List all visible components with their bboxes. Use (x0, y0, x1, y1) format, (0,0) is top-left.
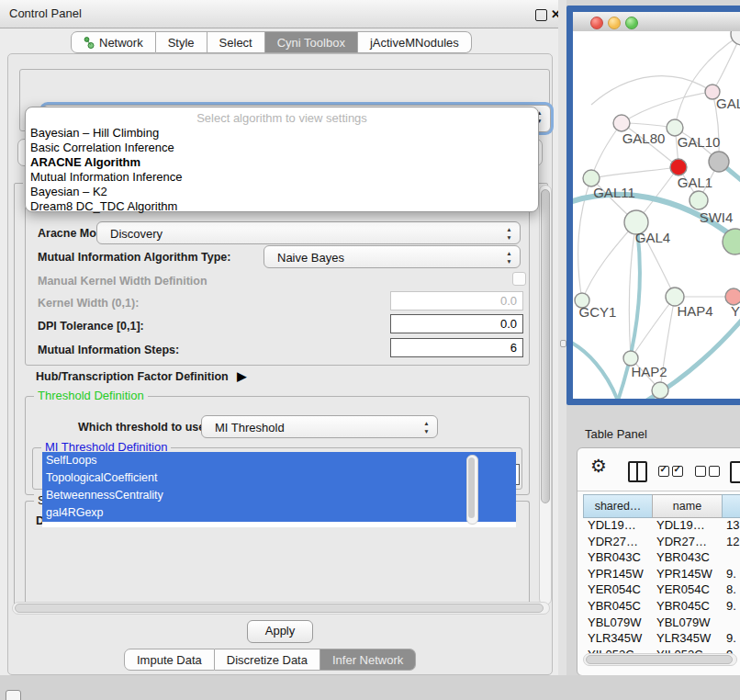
table-row[interactable]: YPR145WYPR145W9. (583, 567, 740, 583)
network-node[interactable] (613, 115, 630, 131)
mi-steps-field[interactable]: 6 (390, 338, 523, 357)
float-window-icon[interactable] (535, 9, 547, 21)
attribute-item-selected[interactable]: BetweennessCentrality (42, 487, 516, 504)
dpi-tolerance-label: DPI Tolerance [0,1]: (38, 320, 144, 333)
which-threshold-combobox[interactable]: MI Threshold ▲▼ (201, 415, 438, 438)
network-view-window: GALGAL80GAL10GAL1GAL11SWI4GAL4GCY1HAP4YH… (566, 6, 740, 405)
network-node[interactable] (709, 152, 729, 172)
column-layout-icon[interactable] (628, 461, 647, 482)
table-row[interactable]: YBR045CYBR045C9. (583, 599, 740, 615)
table-cell (722, 615, 740, 632)
table-cell: YBL079W (652, 615, 722, 632)
window-restore-icon[interactable] (6, 690, 21, 700)
table-cell: YER054C (652, 582, 722, 599)
zoom-traffic-light[interactable] (625, 17, 638, 29)
table-cell: YBR043C (652, 550, 722, 567)
mi-type-combobox[interactable]: Naive Bayes ▲▼ (263, 245, 521, 268)
table-cell: 12 (722, 535, 740, 551)
attribute-item-selected[interactable]: gal4RGexp (42, 504, 516, 522)
table-row[interactable]: YDL19…YDL19…13 (583, 518, 740, 535)
new-table-icon[interactable] (730, 461, 740, 483)
table-cell: YPR145W (583, 567, 652, 583)
combo-stepper-icon: ▲▼ (422, 419, 431, 435)
scrollbar-thumb[interactable] (586, 655, 733, 664)
table-row[interactable]: YBR043CYBR043C (583, 550, 740, 567)
table-row[interactable]: YER054CYER054C8. (583, 582, 740, 599)
data-attributes-list[interactable]: SelfLoopsTopologicalCoefficientBetweenne… (42, 452, 516, 527)
table-row[interactable]: YLR345WYLR345W9. (583, 631, 740, 648)
manual-kernel-checkbox[interactable] (512, 272, 526, 286)
network-window-titlebar[interactable] (573, 12, 740, 32)
dpi-tolerance-field[interactable]: 0.0 (390, 314, 523, 333)
attributes-scrollbar[interactable] (466, 455, 478, 525)
panel-splitter[interactable] (558, 0, 566, 675)
column-header-shared[interactable]: shared… (583, 494, 652, 518)
node-label: GAL11 (593, 185, 635, 200)
minimize-traffic-light[interactable] (608, 17, 621, 29)
scrollbar-thumb[interactable] (541, 189, 550, 503)
tab-impute-data[interactable]: Impute Data (124, 649, 215, 671)
table-cell: YBR045C (652, 599, 722, 615)
splitter-grip[interactable] (560, 340, 566, 347)
column-header-partial[interactable]: A (722, 494, 740, 518)
network-edge (622, 92, 712, 123)
close-traffic-light[interactable] (590, 17, 603, 29)
aracne-mode-value: Discovery (110, 227, 163, 241)
popup-item[interactable]: Dream8 DC_TDC Algorithm (26, 199, 538, 214)
threshold-definition-title: Threshold Definition (34, 390, 148, 401)
mi-type-value: Naive Bayes (277, 251, 344, 265)
table-row[interactable]: YBL079WYBL079W (583, 615, 740, 632)
mi-type-label: Mutual Information Algorithm Type: (38, 251, 230, 264)
tab-style[interactable]: Style (156, 31, 207, 53)
kernel-width-label: Kernel Width (0,1): (38, 297, 139, 310)
attribute-item-selected[interactable]: SelfLoops (42, 452, 516, 469)
table-cell: 9. (722, 631, 740, 648)
network-node[interactable] (731, 31, 740, 45)
tab-discretize-data[interactable]: Discretize Data (215, 649, 320, 671)
column-header-name[interactable]: name (652, 494, 722, 518)
network-edge-thick (573, 195, 740, 256)
scrollbar-thumb[interactable] (468, 457, 475, 518)
table-cell: 13 (722, 518, 740, 535)
popup-item[interactable]: ARACNE Algorithm (26, 155, 538, 170)
table-header-row: shared… name A (583, 494, 740, 518)
tab-label: Style (168, 36, 195, 50)
hub-definition-toggle[interactable]: Hub/Transcription Factor Definition ▶ (36, 369, 246, 383)
aracne-mode-combobox[interactable]: Discovery ▲▼ (96, 221, 521, 244)
tab-network[interactable]: Network (71, 31, 156, 53)
control-panel-titlebar: Control Panel ✕ (0, 0, 558, 28)
mi-steps-label: Mutual Information Steps: (38, 344, 179, 356)
node-label: GCY1 (579, 304, 617, 320)
tab-jactivemnodules[interactable]: jActiveMNodules (358, 31, 472, 53)
table-horizontal-scrollbar[interactable] (583, 653, 737, 666)
tab-label: jActiveMNodules (370, 36, 459, 50)
table-cell: YLR345W (583, 631, 652, 648)
scrollbar-thumb[interactable] (15, 604, 544, 613)
popup-item[interactable]: Bayesian – Hill Climbing (26, 126, 538, 141)
network-node[interactable] (690, 191, 708, 209)
table-panel: ⚙ shared… name A YDL19…YDL19…13YDR27…YDR… (577, 447, 740, 676)
table-row[interactable]: YDR27…YDR27…12 (583, 535, 740, 551)
tab-infer-network[interactable]: Infer Network (320, 649, 416, 671)
select-all-icon[interactable] (658, 466, 683, 477)
unchecked-box-icon (709, 466, 720, 477)
kernel-width-field[interactable]: 0.0 (390, 291, 523, 310)
which-threshold-value: MI Threshold (215, 421, 285, 435)
table-cell: YDL19… (583, 518, 652, 535)
deselect-all-icon[interactable] (695, 466, 720, 477)
network-node[interactable] (652, 382, 668, 399)
network-canvas[interactable]: GALGAL80GAL10GAL1GAL11SWI4GAL4GCY1HAP4YH… (573, 31, 740, 399)
apply-button[interactable]: Apply (247, 620, 313, 643)
node-label: Y (731, 303, 740, 319)
tab-cyni-toolbox[interactable]: Cyni Toolbox (265, 31, 358, 53)
settings-horizontal-scrollbar[interactable] (12, 602, 550, 615)
gear-icon[interactable]: ⚙ (590, 455, 607, 477)
checked-box-icon (672, 466, 683, 477)
settings-vertical-scrollbar[interactable] (539, 185, 552, 605)
attribute-item-selected[interactable]: TopologicalCoefficient (42, 469, 516, 487)
network-node[interactable] (670, 159, 687, 175)
popup-item[interactable]: Mutual Information Inference (26, 170, 538, 185)
popup-item[interactable]: Basic Correlation Inference (26, 141, 538, 155)
tab-select[interactable]: Select (207, 31, 265, 53)
popup-item[interactable]: Bayesian – K2 (26, 185, 538, 199)
